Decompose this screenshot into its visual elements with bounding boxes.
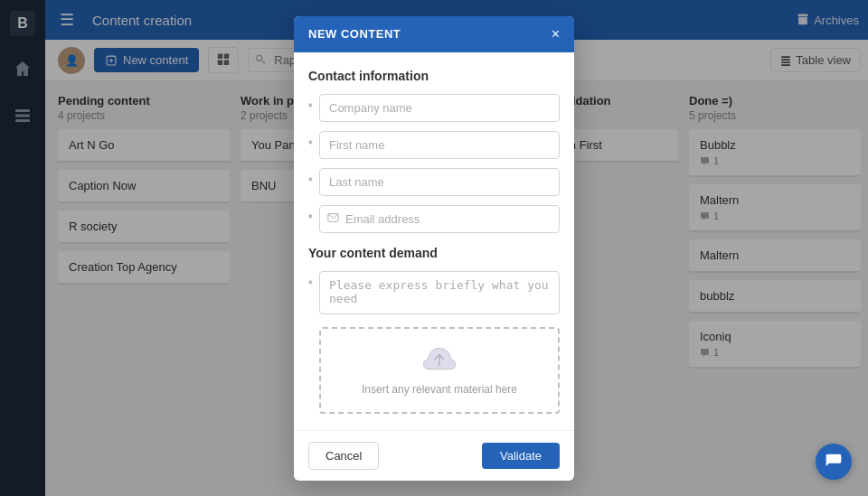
modal-close-button[interactable]: × bbox=[552, 27, 560, 42]
modal-header: NEW CONTENT × bbox=[294, 16, 574, 52]
required-star: * bbox=[308, 101, 313, 114]
new-content-modal: NEW CONTENT × Contact information * * * bbox=[294, 16, 574, 481]
required-star: * bbox=[308, 138, 313, 151]
content-demand-section: Your content demand * bbox=[308, 246, 560, 414]
company-field-group: * bbox=[319, 94, 560, 122]
last-name-field-group: * bbox=[319, 168, 560, 196]
company-name-input[interactable] bbox=[319, 94, 560, 122]
email-icon bbox=[327, 212, 339, 225]
modal-footer: Cancel Validate bbox=[294, 430, 574, 481]
email-field-group: * bbox=[319, 205, 560, 233]
upload-text: Insert any relevant material here bbox=[330, 383, 549, 396]
required-star: * bbox=[308, 212, 313, 225]
chat-bubble-button[interactable] bbox=[816, 444, 852, 480]
content-section-title: Your content demand bbox=[308, 246, 560, 260]
content-demand-group: * bbox=[319, 271, 560, 318]
upload-area[interactable]: Insert any relevant material here bbox=[319, 327, 560, 414]
app-container: B ☰ Content creation Archives bbox=[0, 0, 868, 496]
required-star: * bbox=[308, 278, 313, 291]
modal-title: NEW CONTENT bbox=[308, 27, 401, 41]
modal-overlay[interactable]: NEW CONTENT × Contact information * * * bbox=[0, 0, 868, 496]
content-demand-textarea[interactable] bbox=[319, 271, 560, 314]
first-name-field-group: * bbox=[319, 131, 560, 159]
last-name-input[interactable] bbox=[319, 168, 560, 196]
required-star: * bbox=[308, 175, 313, 188]
validate-button[interactable]: Validate bbox=[482, 443, 560, 469]
modal-body: Contact information * * * bbox=[294, 52, 574, 430]
contact-section-title: Contact information bbox=[308, 69, 560, 83]
email-input[interactable] bbox=[319, 205, 560, 233]
cancel-button[interactable]: Cancel bbox=[308, 442, 379, 470]
first-name-input[interactable] bbox=[319, 131, 560, 159]
upload-icon bbox=[330, 345, 549, 378]
